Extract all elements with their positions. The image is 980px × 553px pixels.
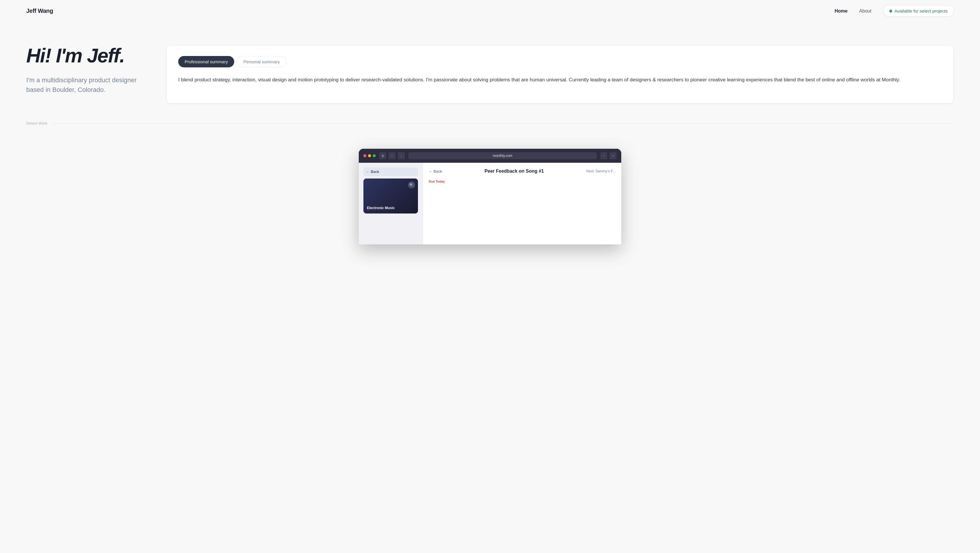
browser-traffic-lights [363,154,375,157]
section-label: Select Work [26,121,48,126]
browser-back-icon: ‹ [388,152,396,159]
tab-professional[interactable]: Professional summary [178,56,234,67]
browser-forward-icon: › [398,152,405,159]
section-divider: Select Work [26,121,954,126]
browser-back-btn[interactable]: ← Back [429,169,442,173]
browser-bookmark-icon: + [609,152,617,159]
sidebar-back-item: ← Back [363,167,418,176]
site-logo: Jeff Wang [26,8,53,14]
browser-header-row: ← Back Peer Feedback on Song #1 Next: Sa… [429,168,616,174]
nav-about[interactable]: About [859,8,872,14]
sidebar-back-label: ← Back [366,170,379,174]
tab-personal[interactable]: Personal summary [237,56,286,67]
dot-red [363,154,366,157]
hero-subtitle: I'm a multidisciplinary product designer… [26,75,143,94]
browser-due-label: Due Today [429,178,616,184]
summary-tabs: Professional summary Personal summary [178,56,942,67]
browser-mockup-container: ⊞ ‹ › monthly.com ↑ + ← Back 🔍 Electroni… [0,149,980,245]
hero-section: Hi! I'm Jeff. I'm a multidisciplinary pr… [0,22,980,121]
browser-controls: ⊞ ‹ › [379,152,405,159]
summary-card: Professional summary Personal summary I … [166,45,954,103]
music-search-icon: 🔍 [408,181,415,188]
availability-dot [889,10,892,13]
browser-content: ← Back 🔍 Electronic Music ← Back Peer Fe… [359,163,621,245]
browser-topbar: ⊞ ‹ › monthly.com ↑ + [359,149,621,163]
availability-badge: Available for select projects [883,5,954,17]
browser-share-icon: ↑ [600,152,607,159]
summary-professional-text: I blend product strategy, interaction, v… [178,76,942,84]
browser-page-title: Peer Feedback on Song #1 [442,168,587,174]
browser-main: ← Back Peer Feedback on Song #1 Next: Sa… [423,163,621,245]
hero-title: Hi! I'm Jeff. [26,45,143,66]
browser-grid-icon: ⊞ [379,152,386,159]
browser-right-icons: ↑ + [600,152,617,159]
nav-home[interactable]: Home [834,8,847,14]
browser-url-bar: monthly.com [408,152,597,159]
select-work-section: Select Work [0,121,980,149]
dot-green [373,154,375,157]
browser-sidebar: ← Back 🔍 Electronic Music [359,163,423,245]
main-nav: Home About Available for select projects [834,5,954,17]
availability-label: Available for select projects [894,8,948,13]
browser-mockup: ⊞ ‹ › monthly.com ↑ + ← Back 🔍 Electroni… [359,149,621,245]
music-card-label: Electronic Music [367,206,395,210]
hero-left: Hi! I'm Jeff. I'm a multidisciplinary pr… [26,45,143,94]
dot-yellow [368,154,371,157]
browser-next-label: Next: Sammy's F... [586,169,616,173]
music-card: 🔍 Electronic Music [363,178,418,213]
